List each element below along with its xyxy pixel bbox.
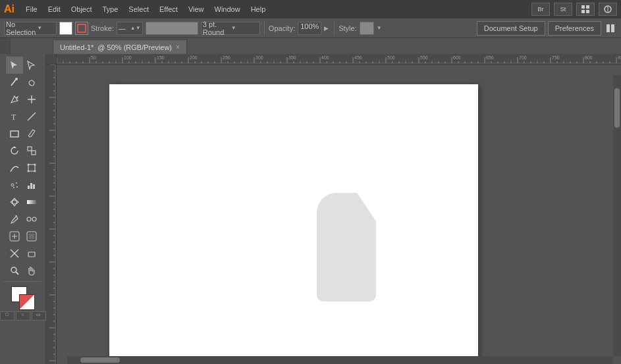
screen-mode-btn[interactable]: ○ bbox=[16, 311, 30, 321]
menu-edit[interactable]: Edit bbox=[43, 3, 65, 15]
pen-tool[interactable] bbox=[6, 91, 23, 108]
magic-wand-tool[interactable] bbox=[6, 74, 23, 91]
brush-preview[interactable] bbox=[146, 22, 198, 35]
eraser-tool[interactable] bbox=[23, 245, 40, 262]
shape-object[interactable] bbox=[317, 193, 376, 301]
opacity-arrow[interactable]: ▶ bbox=[323, 25, 330, 32]
vertical-scrollbar[interactable] bbox=[613, 75, 621, 356]
mesh-tool[interactable] bbox=[6, 194, 23, 211]
app-logo: Ai bbox=[4, 3, 14, 15]
ruler-horizontal: // ruler ticks drawn dynamically 5010015… bbox=[57, 54, 621, 65]
menu-type[interactable]: Type bbox=[98, 3, 123, 15]
svg-text:550: 550 bbox=[420, 55, 428, 60]
stroke-label: Stroke: bbox=[91, 24, 114, 32]
tool-row-3 bbox=[0, 91, 45, 108]
svg-point-19 bbox=[27, 164, 29, 166]
svg-line-13 bbox=[28, 113, 36, 120]
selection-tool[interactable] bbox=[6, 57, 23, 74]
svg-text:150: 150 bbox=[157, 55, 165, 60]
fill-color-swatch[interactable] bbox=[59, 22, 72, 35]
external-app-icons: Br St bbox=[531, 3, 617, 16]
direct-selection-tool[interactable] bbox=[23, 57, 40, 74]
warp-tool[interactable] bbox=[6, 159, 23, 176]
background-color[interactable] bbox=[19, 294, 35, 310]
rectangle-tool[interactable] bbox=[6, 125, 23, 142]
arrange-icon[interactable] bbox=[604, 22, 617, 35]
brush-size-dropdown[interactable]: 3 pt. Round▼ bbox=[201, 22, 260, 35]
opacity-value[interactable]: 100% bbox=[298, 22, 321, 35]
svg-rect-1 bbox=[586, 5, 589, 9]
toolbar-divider bbox=[4, 281, 41, 282]
tool-row-4: T bbox=[0, 108, 45, 125]
paintbrush-tool[interactable] bbox=[23, 125, 40, 142]
svg-text:350: 350 bbox=[288, 55, 296, 60]
selection-dropdown[interactable]: No Selection▼ bbox=[4, 22, 57, 35]
zoom-tool[interactable] bbox=[6, 262, 23, 279]
live-paint-selection-tool[interactable] bbox=[23, 228, 40, 245]
stroke-weight-dropdown[interactable]: —▲▼ bbox=[117, 22, 143, 35]
menu-help[interactable]: Help bbox=[246, 3, 271, 15]
bridge-icon[interactable]: Br bbox=[531, 3, 550, 16]
workspace-icon[interactable] bbox=[576, 3, 595, 16]
slice-tool[interactable] bbox=[6, 245, 23, 262]
live-paint-tool[interactable] bbox=[6, 228, 23, 245]
svg-text:500: 500 bbox=[387, 55, 395, 60]
line-segment-tool[interactable] bbox=[23, 108, 40, 125]
eyedropper-tool[interactable] bbox=[6, 211, 23, 228]
rotate-tool[interactable] bbox=[6, 142, 23, 159]
stroke-color-swatch[interactable] bbox=[75, 22, 88, 35]
svg-text:800: 800 bbox=[585, 55, 593, 60]
svg-text:300: 300 bbox=[256, 55, 263, 60]
blend-tool[interactable] bbox=[23, 211, 40, 228]
gradient-tool[interactable] bbox=[23, 194, 40, 211]
preferences-button[interactable]: Preferences bbox=[548, 21, 601, 36]
svg-text:400: 400 bbox=[321, 55, 329, 60]
svg-line-8 bbox=[11, 80, 16, 86]
vertical-scroll-thumb[interactable] bbox=[614, 88, 620, 128]
svg-rect-3 bbox=[586, 10, 589, 13]
tool-row-7 bbox=[0, 159, 45, 176]
svg-point-24 bbox=[16, 182, 17, 184]
tool-row-11 bbox=[0, 228, 45, 245]
menu-window[interactable]: Window bbox=[210, 3, 245, 15]
menu-object[interactable]: Object bbox=[67, 3, 97, 15]
tool-row-6 bbox=[0, 142, 45, 159]
scale-tool[interactable] bbox=[23, 142, 40, 159]
main-area: T bbox=[0, 54, 621, 364]
column-graph-tool[interactable] bbox=[23, 176, 40, 194]
kuler-icon[interactable] bbox=[599, 3, 617, 16]
menu-file[interactable]: File bbox=[21, 3, 42, 15]
menu-effect[interactable]: Effect bbox=[155, 3, 182, 15]
divider-2 bbox=[334, 21, 335, 36]
canvas-content[interactable] bbox=[57, 65, 621, 364]
svg-rect-14 bbox=[11, 131, 18, 137]
svg-line-40 bbox=[16, 272, 18, 274]
add-anchor-tool[interactable] bbox=[23, 91, 40, 108]
style-arrow[interactable]: ▼ bbox=[377, 25, 382, 31]
svg-text:450: 450 bbox=[354, 55, 362, 60]
full-screen-btn[interactable]: ▭ bbox=[32, 311, 46, 321]
type-tool[interactable]: T bbox=[6, 108, 23, 125]
divider-1 bbox=[264, 21, 265, 36]
tab-close-button[interactable]: × bbox=[176, 43, 180, 51]
horizontal-scrollbar[interactable] bbox=[67, 356, 613, 364]
style-swatch[interactable] bbox=[360, 22, 374, 35]
svg-rect-38 bbox=[28, 252, 35, 257]
tool-row-9 bbox=[0, 194, 45, 211]
hand-tool[interactable] bbox=[23, 262, 40, 279]
svg-rect-18 bbox=[28, 165, 35, 171]
menu-view[interactable]: View bbox=[184, 3, 209, 15]
canvas-area: // ruler ticks drawn dynamically 5010015… bbox=[46, 54, 621, 364]
free-transform-tool[interactable] bbox=[23, 159, 40, 176]
svg-text:600: 600 bbox=[453, 55, 461, 60]
document-setup-button[interactable]: Document Setup bbox=[477, 21, 545, 36]
tool-row-1 bbox=[0, 57, 45, 74]
svg-text:50: 50 bbox=[91, 55, 96, 60]
stock-icon[interactable]: St bbox=[554, 3, 572, 16]
document-tab[interactable]: Untitled-1* @ 50% (RGB/Preview) × bbox=[53, 39, 187, 54]
lasso-tool[interactable] bbox=[23, 74, 40, 91]
menu-select[interactable]: Select bbox=[124, 3, 153, 15]
horizontal-scroll-thumb[interactable] bbox=[80, 357, 120, 363]
normal-mode-btn[interactable]: □ bbox=[0, 311, 14, 321]
symbol-sprayer-tool[interactable] bbox=[6, 176, 23, 194]
